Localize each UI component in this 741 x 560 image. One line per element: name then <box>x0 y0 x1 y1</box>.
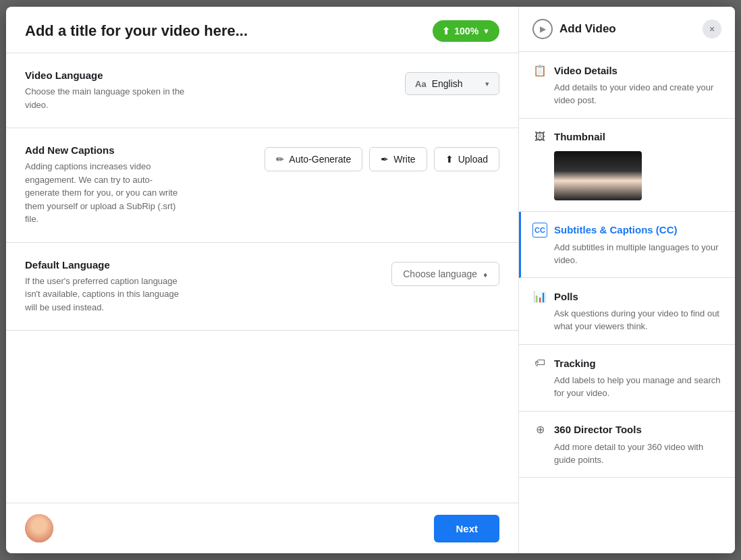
left-panel: Add a title for your video here... ⬆ 100… <box>6 7 519 553</box>
upload-icon: ⬆ <box>442 26 450 36</box>
polls-label: Polls <box>554 291 578 302</box>
360-icon: ⊕ <box>532 422 547 437</box>
right-title-row: ▶ Add Video <box>532 19 616 39</box>
choose-language-label: Choose language <box>403 269 477 279</box>
video-details-label: Video Details <box>554 65 618 76</box>
default-language-info: Default Language If the user's preferred… <box>25 259 378 314</box>
chevron-down-icon: ⬧ <box>483 269 488 279</box>
right-items-list: 📋 Video Details Add details to your vide… <box>519 52 735 553</box>
upload-label: Upload <box>458 154 488 165</box>
auto-generate-icon: ✏ <box>276 154 284 165</box>
default-language-controls: Choose language ⬧ <box>391 259 499 286</box>
write-button[interactable]: ✒ Write <box>369 147 427 171</box>
default-language-section: Default Language If the user's preferred… <box>6 243 518 331</box>
polls-icon: 📊 <box>532 289 547 304</box>
default-language-title: Default Language <box>25 259 378 271</box>
tracking-icon: 🏷 <box>532 356 547 370</box>
chevron-down-icon: ▾ <box>485 80 489 88</box>
language-select[interactable]: Aa English ▾ <box>405 72 499 95</box>
auto-generate-label: Auto-Generate <box>289 154 351 165</box>
sidebar-item-tracking[interactable]: 🏷 Tracking Add labels to help you manage… <box>519 345 735 412</box>
write-icon: ✒ <box>381 154 389 165</box>
sidebar-item-header: ⊕ 360 Director Tools <box>532 422 721 437</box>
cc-icon: CC <box>532 223 547 237</box>
thumbnail-preview <box>554 151 642 200</box>
video-language-row: Video Language Choose the main language … <box>25 69 499 111</box>
video-title: Add a title for your video here... <box>25 22 248 40</box>
polls-desc: Ask questions during your video to find … <box>532 308 721 333</box>
default-language-desc: If the user's preferred caption language… <box>25 275 187 314</box>
left-content: Video Language Choose the main language … <box>6 53 518 503</box>
captions-row: Add New Captions Adding captions increas… <box>25 144 499 226</box>
choose-language-button[interactable]: Choose language ⬧ <box>391 262 499 286</box>
sidebar-item-polls[interactable]: 📊 Polls Ask questions during your video … <box>519 278 735 345</box>
video-language-section: Video Language Choose the main language … <box>6 53 518 128</box>
video-details-icon: 📋 <box>532 63 547 78</box>
sidebar-item-header: 🖼 Thumbnail <box>532 130 721 144</box>
upload-badge[interactable]: ⬆ 100% ▼ <box>433 20 499 42</box>
video-language-title: Video Language <box>25 69 391 81</box>
default-language-row: Default Language If the user's preferred… <box>25 259 499 314</box>
sidebar-item-header: 📋 Video Details <box>532 63 721 78</box>
aa-icon: Aa <box>415 79 427 89</box>
video-language-controls: Aa English ▾ <box>405 69 499 95</box>
upload-captions-icon: ⬆ <box>445 154 454 165</box>
subtitles-label: Subtitles & Captions (CC) <box>554 224 678 235</box>
tracking-label: Tracking <box>554 358 596 369</box>
video-language-desc: Choose the main language spoken in the v… <box>25 85 187 111</box>
video-language-info: Video Language Choose the main language … <box>25 69 391 111</box>
thumbnail-label: Thumbnail <box>554 131 605 142</box>
captions-info: Add New Captions Adding captions increas… <box>25 144 251 226</box>
sidebar-item-video-details[interactable]: 📋 Video Details Add details to your vide… <box>519 52 735 119</box>
right-panel-title: Add Video <box>559 22 616 36</box>
avatar-row <box>25 514 53 542</box>
upload-button[interactable]: ⬆ Upload <box>434 147 499 171</box>
sidebar-item-subtitles[interactable]: CC Subtitles & Captions (CC) Add subtitl… <box>519 212 735 279</box>
play-icon: ▶ <box>532 19 553 39</box>
right-panel: ▶ Add Video × 📋 Video Details Add detail… <box>519 7 735 553</box>
caption-buttons: ✏ Auto-Generate ✒ Write ⬆ Upload <box>265 147 499 171</box>
avatar <box>25 514 53 542</box>
captions-section: Add New Captions Adding captions increas… <box>6 128 518 243</box>
thumbnail-icon: 🖼 <box>532 130 547 144</box>
next-button[interactable]: Next <box>434 515 499 542</box>
chevron-down-icon: ▼ <box>483 27 490 35</box>
captions-controls: ✏ Auto-Generate ✒ Write ⬆ Upload <box>265 144 499 171</box>
close-button[interactable]: × <box>703 20 721 38</box>
left-header: Add a title for your video here... ⬆ 100… <box>6 7 518 53</box>
360-desc: Add more detail to your 360 video with g… <box>532 441 721 467</box>
sidebar-item-header: 🏷 Tracking <box>532 356 721 370</box>
sidebar-item-thumbnail[interactable]: 🖼 Thumbnail <box>519 119 735 212</box>
360-label: 360 Director Tools <box>554 424 642 435</box>
language-value: English <box>432 78 463 89</box>
upload-percent: 100% <box>454 26 478 36</box>
subtitles-desc: Add subtitles in multiple languages to y… <box>532 242 721 267</box>
sidebar-item-header: 📊 Polls <box>532 289 721 304</box>
captions-title: Add New Captions <box>25 144 251 156</box>
write-label: Write <box>393 154 415 165</box>
video-details-desc: Add details to your video and create you… <box>532 82 721 107</box>
sidebar-item-360[interactable]: ⊕ 360 Director Tools Add more detail to … <box>519 412 735 478</box>
right-header: ▶ Add Video × <box>519 7 735 52</box>
tracking-desc: Add labels to help you manage and search… <box>532 374 721 400</box>
left-footer: Next <box>6 503 518 553</box>
captions-desc: Adding captions increases video engageme… <box>25 160 187 226</box>
auto-generate-button[interactable]: ✏ Auto-Generate <box>265 147 362 171</box>
sidebar-item-header: CC Subtitles & Captions (CC) <box>532 223 721 237</box>
modal: Add a title for your video here... ⬆ 100… <box>6 7 735 553</box>
